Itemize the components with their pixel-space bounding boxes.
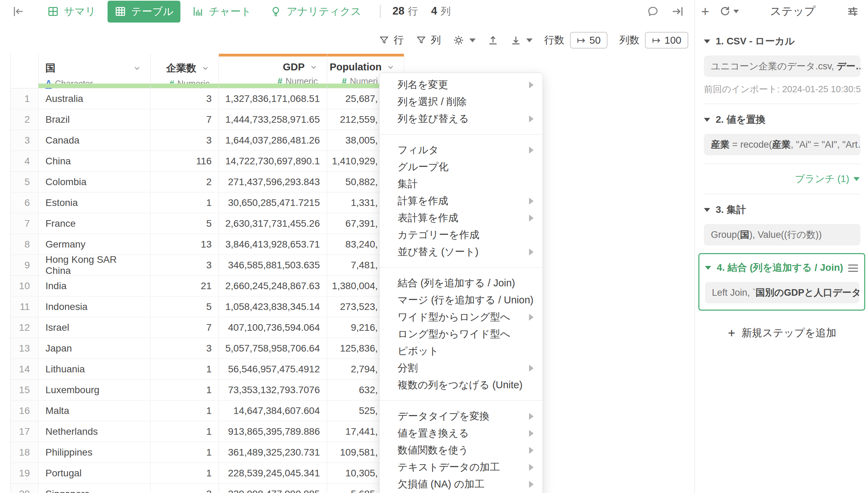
table-row: 18Philippines1361,489,325,230.731109,581… xyxy=(11,442,404,463)
collapse-right-icon[interactable] xyxy=(671,5,684,18)
table-row: 7France52,630,317,731,455.2667,391, xyxy=(11,213,404,234)
context-menu-item[interactable]: 値を置き換える xyxy=(380,425,543,442)
cell-country: Indonesia xyxy=(39,296,151,317)
context-menu-item[interactable]: 複数の列をつなげる (Unite) xyxy=(380,377,543,393)
steps-list: 1. CSV - ローカルユニコーン企業のデータ.csv, デー…前回のインポー… xyxy=(695,23,868,340)
step-title[interactable]: 1. CSV - ローカル xyxy=(704,35,860,48)
step-summary[interactable]: ユニコーン企業のデータ.csv, デー… xyxy=(704,55,860,77)
step-summary-part: 産業 xyxy=(772,139,791,150)
context-menu-item[interactable]: 列を並び替える xyxy=(380,110,543,127)
cell-gdp: 14,647,384,607.604 xyxy=(219,400,327,421)
row-count-value: 28 xyxy=(392,5,404,17)
chevron-down-icon[interactable] xyxy=(309,63,318,71)
sliders-icon[interactable] xyxy=(846,5,859,18)
column-limit-input[interactable]: ↦ 100 xyxy=(645,32,688,49)
chevron-down-icon[interactable] xyxy=(386,63,395,71)
row-number: 2 xyxy=(11,109,39,130)
context-menu-item[interactable]: 表計算を作成 xyxy=(380,209,543,226)
step-title[interactable]: 3. 集計 xyxy=(704,203,860,216)
tab-chart[interactable]: チャート xyxy=(185,1,258,23)
row-number: 5 xyxy=(11,172,39,192)
context-menu-item[interactable]: 列名を変更 xyxy=(380,76,543,93)
tab-label: チャート xyxy=(209,5,251,19)
tab-label: テーブル xyxy=(131,5,173,19)
context-menu-item[interactable]: 結合 (列を追加する / Join) xyxy=(380,275,543,292)
add-step-button[interactable]: +新規ステップを追加 xyxy=(704,326,860,340)
step-title[interactable]: 4. 結合 (列を追加する / Join) xyxy=(705,261,859,274)
refresh-button[interactable] xyxy=(719,5,739,18)
chevron-down-icon[interactable] xyxy=(201,64,210,72)
context-menu-item[interactable]: 計算を作成 xyxy=(380,192,543,209)
submenu-arrow-icon xyxy=(529,115,534,122)
step-summary[interactable]: Left Join, `国別のGDPと人口データ… xyxy=(705,282,859,303)
column-header-企業数[interactable]: 企業数#Numeric xyxy=(151,54,219,88)
bar-chart-icon xyxy=(192,6,204,17)
branch-toggle[interactable]: ブランチ (1) xyxy=(705,172,860,185)
context-menu-item[interactable]: カテゴリーを作成 xyxy=(380,226,543,243)
table-settings-button[interactable] xyxy=(453,34,476,46)
maps-to-icon: ↦ xyxy=(577,34,585,46)
cell-country: Colombia xyxy=(39,172,151,192)
cell-companies: 5 xyxy=(151,296,219,317)
step-summary[interactable]: Group(国), Value((行の数)) xyxy=(704,224,860,245)
context-menu-item[interactable]: 列を選択 / 削除 xyxy=(380,93,543,110)
column-title: Population xyxy=(327,59,404,73)
context-menu-item[interactable]: テキストデータの加工 xyxy=(380,459,543,476)
cell-companies: 1 xyxy=(151,463,219,484)
chat-icon[interactable] xyxy=(647,5,659,18)
table-body: 1Australia31,327,836,171,068.5125,687,2B… xyxy=(11,88,404,493)
add-step-label: 新規ステップを追加 xyxy=(741,326,836,340)
back-icon[interactable] xyxy=(12,5,24,18)
context-menu-item[interactable]: フィルタ xyxy=(380,141,543,158)
row-limit-input[interactable]: ↦ 50 xyxy=(570,32,608,49)
step-summary[interactable]: 産業 = recode(産業, "Ai" = "AI", "Art… xyxy=(704,134,860,155)
view-tabs: サマリテーブルチャートアナリティクス xyxy=(40,1,368,23)
context-menu-item[interactable]: 分割 xyxy=(380,360,543,377)
chevron-down-icon[interactable] xyxy=(133,64,141,72)
cell-country: Malta xyxy=(39,400,151,421)
cell-country: Philippines xyxy=(39,442,151,463)
column-header-gdp[interactable]: GDP#Numeric xyxy=(219,54,327,88)
tab-summary[interactable]: サマリ xyxy=(40,1,103,23)
menu-item-label: 列名を変更 xyxy=(398,78,448,92)
step-title-label: 3. 集計 xyxy=(716,203,746,216)
tab-analytics[interactable]: アナリティクス xyxy=(263,1,368,23)
submenu-arrow-icon xyxy=(529,365,534,372)
context-menu-item[interactable]: グループ化 xyxy=(380,158,543,175)
tab-table[interactable]: テーブル xyxy=(108,1,180,23)
table-controls: 行 列 行数 ↦ 50 列数 ↦ 100 xyxy=(0,32,690,49)
step-title-label: 4. 結合 (列を追加する / Join) xyxy=(717,261,843,274)
context-menu-item[interactable]: データタイプを変換 xyxy=(380,408,543,425)
filter-rows-button[interactable]: 行 xyxy=(378,33,404,47)
context-menu-item[interactable]: 数値関数を使う xyxy=(380,442,543,459)
top-toolbar: サマリテーブルチャートアナリティクス 28 行 4 列 xyxy=(0,0,695,23)
cell-country: Netherlands xyxy=(39,421,151,442)
row-limit-value: 50 xyxy=(589,35,601,46)
row-number: 15 xyxy=(11,380,39,400)
context-menu-item[interactable]: ロング型からワイド型へ xyxy=(380,326,543,343)
context-menu-item[interactable]: 並び替え (ソート) xyxy=(380,243,543,260)
cell-gdp: 2,660,245,248,867.63 xyxy=(219,276,327,296)
menu-handle-icon[interactable] xyxy=(848,262,858,274)
table-row: 13Japan35,057,758,958,706.64125,836, xyxy=(11,338,404,359)
upload-button[interactable] xyxy=(487,35,499,46)
submenu-arrow-icon xyxy=(529,430,534,437)
context-menu-item[interactable]: 欠損値 (NA) の加工 xyxy=(380,476,543,493)
cell-gdp: 73,353,132,793.7076 xyxy=(219,380,327,400)
context-menu-item[interactable]: 集計 xyxy=(380,175,543,192)
context-menu-item[interactable]: マージ (行を追加する / Union) xyxy=(380,292,543,309)
step-title[interactable]: 2. 値を置換 xyxy=(704,113,860,126)
row-number: 1 xyxy=(11,88,39,109)
cell-companies: 3 xyxy=(151,88,219,109)
context-menu-item[interactable]: ピボット xyxy=(380,343,543,360)
plus-icon[interactable]: + xyxy=(701,5,709,18)
cell-companies: 1 xyxy=(151,380,219,400)
column-header-country[interactable]: 国ACharacter xyxy=(39,54,151,88)
cell-companies: 2 xyxy=(151,172,219,192)
filter-columns-button[interactable]: 列 xyxy=(416,33,441,47)
menu-item-label: ピボット xyxy=(398,344,439,358)
context-menu-item[interactable]: ワイド型からロング型へ xyxy=(380,309,543,326)
download-button[interactable] xyxy=(510,35,533,46)
menu-item-label: 並び替え (ソート) xyxy=(398,245,478,259)
menu-item-label: 欠損値 (NA) の加工 xyxy=(398,477,484,491)
